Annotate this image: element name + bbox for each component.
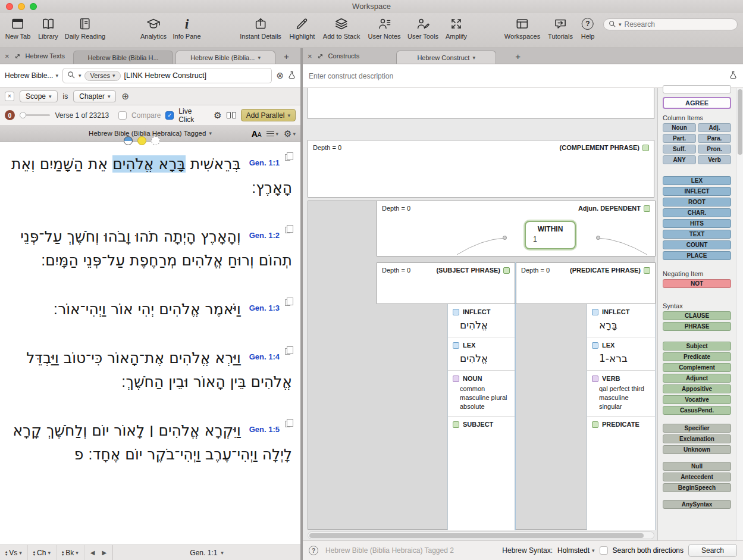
scope-dropdown[interactable]: Scope ▾ [20,90,58,102]
item-checkbox[interactable] [592,309,598,315]
close-zone-icon[interactable]: × [308,52,312,61]
remove-filter-button[interactable]: × [5,92,14,101]
help-button[interactable]: ? Help [581,15,595,40]
user-notes-button[interactable]: User Notes [368,15,400,40]
bible-text-pane[interactable]: Gen. 1:1 בְּרֵאשִׁית בָּרָא אֱלֹהִים אֵת… [0,142,300,545]
both-directions-checkbox[interactable] [600,546,608,555]
close-zone-icon[interactable]: × [5,52,10,61]
add-to-stack-button[interactable]: Add to Stack [323,15,360,40]
construct-canvas[interactable]: Depth = 0 (COMPLEMENT PHRASE) Depth = 0 … [303,88,657,540]
within-node[interactable]: WITHIN 1 [525,221,576,249]
new-tab-button[interactable]: New Tab [5,15,31,40]
forward-arrow-icon[interactable]: ▶ [102,549,106,556]
user-tools-button[interactable]: User Tools [407,15,438,40]
palette-button[interactable]: Para. [698,134,731,143]
panes-icon[interactable] [227,112,236,118]
item-checkbox[interactable] [592,342,598,349]
construct-item-verb[interactable]: VERB qal perfect third masculine singula… [587,371,655,417]
verse-ref[interactable]: Gen. 1:1 [249,158,280,167]
verse-ref[interactable]: Gen. 1:4 [249,352,280,361]
instant-details-button[interactable]: Instant Details [240,15,281,40]
copy-verse-icon[interactable] [285,348,290,355]
within-value[interactable]: 1 [533,235,575,243]
item-value[interactable]: qal perfect third masculine singular [587,382,655,412]
font-size-button[interactable]: AA [252,129,262,139]
predicate-item-column[interactable]: INFLECT בָּרָא LEX ברא-1 VERB qal perfec… [587,304,656,530]
copy-verse-icon[interactable] [285,154,290,161]
construct-item-subject[interactable]: SUBJECT [448,417,515,431]
palette-button[interactable]: Pron. [698,145,731,154]
text-settings-button[interactable]: ⚙▾ [284,129,296,139]
item-checkbox[interactable] [592,376,598,382]
chapter-stepper[interactable]: ▴▾ Ch ▾ [28,545,57,560]
copy-verse-icon[interactable] [285,299,290,306]
subject-phrase-box[interactable]: Depth = 0 (SUBJECT PHRASE) [377,262,515,304]
verse-slider[interactable] [20,114,51,116]
info-pane-button[interactable]: i Info Pane [173,15,200,40]
palette-button[interactable]: Appositive [663,384,731,393]
add-tab-button[interactable]: + [284,51,289,61]
construct-item-predicate[interactable]: PREDICATE [587,417,655,431]
palette-button[interactable]: HITS [663,219,731,228]
flask-icon[interactable] [729,70,737,82]
palette-button[interactable]: Part. [663,134,696,143]
item-checkbox[interactable] [453,421,459,428]
add-tab-button[interactable]: + [515,51,521,61]
palette-button[interactable]: Adj. [698,123,731,132]
highlight-style-none[interactable] [151,136,160,145]
book-stepper[interactable]: ▴▾ Bk ▾ [57,545,84,560]
tutorials-button[interactable]: Tutorials [548,15,573,40]
add-filter-button[interactable]: ⊕ [121,91,129,102]
item-checkbox[interactable] [453,342,459,349]
help-icon[interactable]: ? [309,546,318,555]
search-field[interactable]: ▾ Verses ▾ [LINK Hebrew Construct] [62,68,272,83]
add-parallel-button[interactable]: Add Parallel ▾ [241,109,296,121]
construct-description-input[interactable] [309,72,725,80]
phrase-checkbox[interactable] [644,205,650,212]
predicate-phrase-box[interactable]: Depth = 0 (PREDICATE PHRASE) [516,262,656,304]
phrase-checkbox[interactable] [644,267,650,274]
construct-item-lex[interactable]: LEX אֱלֹהִים [448,337,515,371]
scrollbar-thumb[interactable] [738,89,742,155]
highlight-style-blue[interactable] [124,136,133,145]
construct-item-lex[interactable]: LEX ברא-1 [587,337,655,371]
research-search-box[interactable]: ▾ [603,18,738,30]
expand-zone-icon[interactable] [317,53,324,60]
palette-button[interactable]: ANY [663,155,696,164]
palette-button[interactable]: Complement [663,363,731,372]
item-checkbox[interactable] [453,376,459,382]
scope-value-dropdown[interactable]: Chapter ▾ [73,90,116,102]
search-query-text[interactable]: [LINK Hebrew Construct] [124,71,206,80]
search-mode-pill[interactable]: Verses ▾ [84,71,120,81]
copy-verse-icon[interactable] [285,227,290,233]
palette-button[interactable]: CHAR. [663,208,731,217]
palette-button[interactable]: Unknown [663,445,731,454]
construct-item-inflect[interactable]: INFLECT בָּרָא [587,304,655,337]
compare-checkbox[interactable] [118,111,127,120]
item-checkbox[interactable] [453,309,459,315]
analytics-button[interactable]: Analytics [140,15,167,40]
workspaces-button[interactable]: Workspaces [504,15,540,40]
item-value[interactable]: common masculine plural absolute [448,382,515,412]
any-syntax-button[interactable]: AnySyntax [663,500,731,509]
construct-box-partial[interactable] [308,88,654,119]
palette-button[interactable]: COUNT [663,240,731,249]
phrase-checkbox[interactable] [642,145,649,151]
palette-button[interactable]: Specifier [663,424,731,433]
not-button[interactable]: NOT [663,279,731,288]
palette-button[interactable]: BeginSpeech [663,483,731,492]
construct-item-inflect[interactable]: INFLECT אֱלֹהִים [448,304,515,337]
live-click-checkbox[interactable]: ✓ [165,111,174,120]
verse-ref[interactable]: Gen. 1:5 [249,425,280,434]
palette-button[interactable]: PLACE [663,251,731,260]
palette-button[interactable]: INFLECT [663,187,731,196]
construct-item-noun[interactable]: NOUN common masculine plural absolute [448,371,515,417]
live-click-settings-icon[interactable]: ⚙ [214,110,221,121]
palette-button[interactable]: CLAUSE [663,311,731,320]
palette-button[interactable]: Antecedent [663,473,731,481]
paragraph-format-button[interactable]: ▾ [267,131,278,137]
construct-outer-container[interactable]: Depth = 0 Adjun. DEPENDENT WITHIN 1 [308,201,654,530]
palette-button[interactable]: Predicate [663,352,731,361]
agree-button[interactable]: AGREE [663,97,731,109]
horizontal-scrollbar[interactable] [308,531,654,539]
